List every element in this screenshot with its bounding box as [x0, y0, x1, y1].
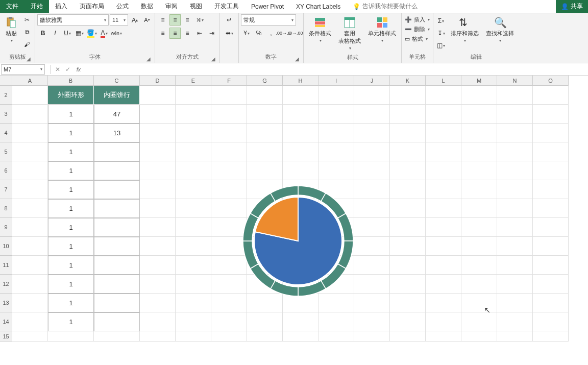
cell-H2[interactable]	[283, 86, 318, 105]
cell-A11[interactable]	[12, 256, 48, 275]
cell-D3[interactable]	[140, 105, 176, 124]
col-header-J[interactable]: J	[354, 76, 390, 86]
cell-E4[interactable]	[176, 124, 211, 142]
cell-O13[interactable]	[533, 294, 569, 312]
font-name-selector[interactable]: 微软雅黑▾	[37, 14, 109, 26]
align-bottom-button[interactable]: ≡	[182, 14, 193, 26]
cell-D11[interactable]	[140, 256, 176, 275]
cell-C8[interactable]	[94, 199, 140, 218]
cell-B6[interactable]: 1	[48, 161, 94, 180]
cell-D2[interactable]	[140, 86, 176, 105]
cell-K2[interactable]	[390, 86, 426, 105]
cell-O2[interactable]	[533, 86, 569, 105]
font-color-button[interactable]: A▾	[99, 28, 110, 39]
cell-C10[interactable]	[94, 237, 140, 256]
cell-D4[interactable]	[140, 124, 176, 142]
underline-button[interactable]: U▾	[62, 28, 73, 39]
cell-M6[interactable]	[461, 161, 497, 180]
autosum-button[interactable]: Σ▾	[435, 15, 447, 27]
tab-file[interactable]: 文件	[0, 0, 24, 13]
cell-M15[interactable]	[461, 331, 497, 342]
cell-K5[interactable]	[390, 142, 426, 161]
cell-H6[interactable]	[283, 161, 318, 180]
phonetic-guide-button[interactable]: wén▾	[111, 28, 122, 39]
tell-me-search[interactable]: 💡告诉我你想要做什么	[347, 0, 424, 13]
conditional-format-button[interactable]: 条件格式▾	[306, 14, 334, 45]
cell-C7[interactable]	[94, 180, 140, 199]
font-size-selector[interactable]: 11▾	[110, 14, 128, 26]
cell-J15[interactable]	[354, 331, 390, 342]
format-painter-button[interactable]: 🖌	[21, 39, 33, 50]
cell-J3[interactable]	[354, 105, 390, 124]
col-header-I[interactable]: I	[318, 76, 354, 86]
cell-K9[interactable]	[390, 218, 426, 237]
copy-button[interactable]: ⧉	[21, 27, 33, 38]
cell-A2[interactable]	[12, 86, 48, 105]
cell-N3[interactable]	[497, 105, 533, 124]
cell-L13[interactable]	[426, 294, 461, 312]
cell-I4[interactable]	[318, 124, 354, 142]
col-header-M[interactable]: M	[461, 76, 497, 86]
tab-formulas[interactable]: 公式	[110, 0, 135, 13]
cell-A4[interactable]	[12, 124, 48, 142]
decrease-indent-button[interactable]: ⇤	[194, 28, 205, 39]
cell-J8[interactable]	[354, 199, 390, 218]
cell-E10[interactable]	[176, 237, 211, 256]
cell-B15[interactable]	[48, 331, 94, 342]
cell-J12[interactable]	[354, 275, 390, 294]
cell-L4[interactable]	[426, 124, 461, 142]
row-header-6[interactable]: 6	[0, 161, 12, 180]
cell-C15[interactable]	[94, 331, 140, 342]
col-header-A[interactable]: A	[12, 76, 48, 86]
cell-G5[interactable]	[247, 142, 283, 161]
cell-E8[interactable]	[176, 199, 211, 218]
cell-L7[interactable]	[426, 180, 461, 199]
cell-C14[interactable]	[94, 312, 140, 331]
cell-O4[interactable]	[533, 124, 569, 142]
col-header-H[interactable]: H	[283, 76, 318, 86]
cell-O9[interactable]	[533, 218, 569, 237]
tab-view[interactable]: 视图	[184, 0, 208, 13]
col-header-K[interactable]: K	[390, 76, 426, 86]
cell-A15[interactable]	[12, 331, 48, 342]
cell-N15[interactable]	[497, 331, 533, 342]
cell-D12[interactable]	[140, 275, 176, 294]
cell-M13[interactable]	[461, 294, 497, 312]
col-header-L[interactable]: L	[426, 76, 461, 86]
fill-color-button[interactable]: 🪣▾	[86, 28, 97, 39]
cell-K7[interactable]	[390, 180, 426, 199]
cell-E2[interactable]	[176, 86, 211, 105]
cell-L10[interactable]	[426, 237, 461, 256]
row-header-15[interactable]: 15	[0, 331, 12, 342]
merge-center-button[interactable]: ⬌▾	[222, 28, 236, 39]
cell-K10[interactable]	[390, 237, 426, 256]
decrease-decimal-button[interactable]: .0→.00	[290, 28, 301, 39]
cell-A13[interactable]	[12, 294, 48, 312]
cell-N11[interactable]	[497, 256, 533, 275]
row-header-14[interactable]: 14	[0, 312, 12, 331]
cell-I6[interactable]	[318, 161, 354, 180]
cell-L2[interactable]	[426, 86, 461, 105]
cell-A6[interactable]	[12, 161, 48, 180]
cell-O7[interactable]	[533, 180, 569, 199]
cell-E15[interactable]	[176, 331, 211, 342]
cell-D9[interactable]	[140, 218, 176, 237]
cell-J13[interactable]	[354, 294, 390, 312]
cell-E6[interactable]	[176, 161, 211, 180]
cell-A7[interactable]	[12, 180, 48, 199]
cell-F5[interactable]	[211, 142, 247, 161]
cell-N4[interactable]	[497, 124, 533, 142]
wrap-text-button[interactable]: ↵	[222, 14, 236, 26]
orientation-button[interactable]: ⤭▾	[194, 14, 205, 26]
cell-K6[interactable]	[390, 161, 426, 180]
cell-L5[interactable]	[426, 142, 461, 161]
percent-format-button[interactable]: %	[253, 28, 264, 39]
cell-N8[interactable]	[497, 199, 533, 218]
row-header-2[interactable]: 2	[0, 86, 12, 105]
cancel-formula-button[interactable]: ✕	[53, 64, 63, 75]
cell-J9[interactable]	[354, 218, 390, 237]
col-header-F[interactable]: F	[211, 76, 247, 86]
cell-G14[interactable]	[247, 312, 283, 331]
cell-I15[interactable]	[318, 331, 354, 342]
col-header-N[interactable]: N	[497, 76, 533, 86]
